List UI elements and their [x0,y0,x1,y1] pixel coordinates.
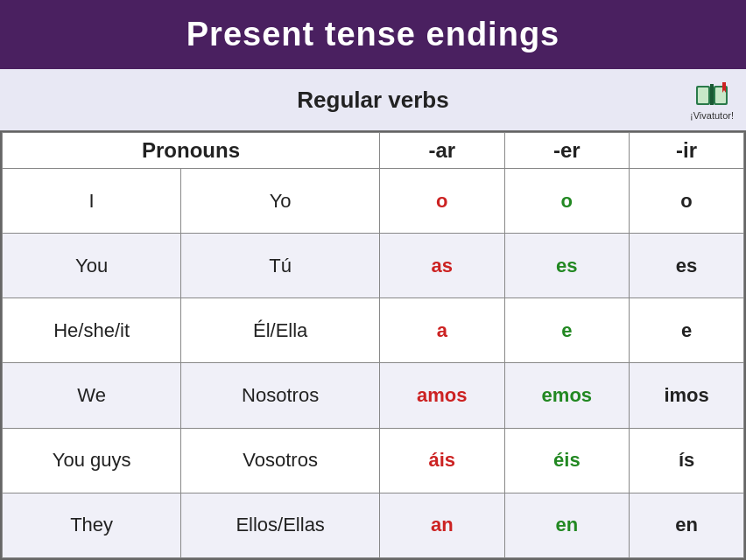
conjugation-table: Pronouns -ar -er -ir IYooooYouTúasesesHe… [2,132,744,558]
ir-ending: es [630,234,744,298]
english-pronoun: You [3,234,181,298]
svg-rect-2 [710,84,714,105]
title-bar: Present tense endings [0,0,746,69]
table-row: IYoooo [3,169,744,234]
ar-ending: amos [380,363,505,428]
er-ending: es [504,234,630,298]
header-ar: -ar [380,133,505,169]
ir-ending: ís [630,428,744,493]
page-wrapper: Present tense endings Regular verbs ¡Viv… [0,0,746,560]
header-pronouns: Pronouns [3,133,380,169]
english-pronoun: They [3,493,181,557]
spanish-pronoun: Nosotros [181,363,380,428]
ar-ending: an [380,493,505,557]
english-pronoun: He/she/it [3,298,181,363]
er-ending: o [504,169,630,234]
spanish-pronoun: Vosotros [181,428,380,493]
ar-ending: o [380,169,505,234]
table-row: He/she/itÉl/Ellaaee [3,298,744,363]
header-er: -er [504,133,630,169]
ar-ending: as [380,234,505,298]
svg-rect-3 [698,88,708,103]
ir-ending: o [630,169,744,234]
er-ending: en [504,493,630,557]
logo-area: ¡Vivatutor! [690,79,734,121]
english-pronoun: I [3,169,181,234]
er-ending: emos [504,363,630,428]
table-row: WeNosotrosamosemosimos [3,363,744,428]
ar-ending: áis [380,428,505,493]
table-row: YouTúaseses [3,234,744,298]
table-container: Pronouns -ar -er -ir IYooooYouTúasesesHe… [0,130,746,560]
er-ending: e [504,298,630,363]
english-pronoun: You guys [3,428,181,493]
subtitle: Regular verbs [297,87,448,114]
spanish-pronoun: Yo [181,169,380,234]
spanish-pronoun: Ellos/Ellas [181,493,380,557]
spanish-pronoun: Él/Ella [181,298,380,363]
ir-ending: e [630,298,744,363]
logo-label: ¡Vivatutor! [690,110,734,121]
table-header-row: Pronouns -ar -er -ir [3,133,744,169]
subtitle-bar: Regular verbs ¡Vivatutor! [0,69,746,130]
ar-ending: a [380,298,505,363]
header-ir: -ir [630,133,744,169]
ir-ending: imos [630,363,744,428]
ir-ending: en [630,493,744,557]
table-row: You guysVosotrosáiséisís [3,428,744,493]
table-row: TheyEllos/Ellasanenen [3,493,744,557]
vivatutor-logo-icon [693,79,731,110]
er-ending: éis [504,428,630,493]
english-pronoun: We [3,363,181,428]
spanish-pronoun: Tú [181,234,380,298]
main-title: Present tense endings [186,16,560,52]
